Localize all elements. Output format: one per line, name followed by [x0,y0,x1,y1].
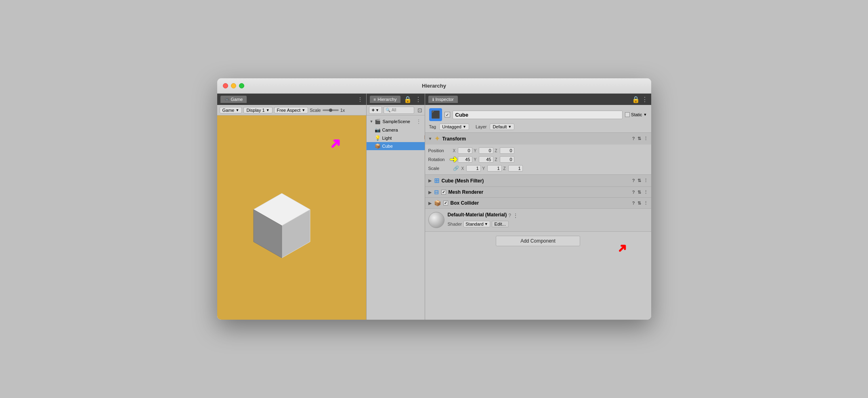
rotation-x-input[interactable] [458,156,472,163]
box-collider-settings-icon[interactable]: ⇅ [637,201,641,206]
position-y-input[interactable] [479,147,493,154]
transform-more-icon[interactable]: ⋮ [644,136,648,141]
scale-row: Scale 🔗 X Y [428,164,648,173]
position-label: Position [428,148,451,153]
hierarchy-options-icon[interactable]: ⋮ [415,96,421,103]
position-x-item: X [453,147,472,154]
material-options-icon[interactable]: ⋮ [513,212,518,219]
mesh-filter-settings-icon[interactable]: ⇅ [637,178,641,183]
scale-lock-icon[interactable]: 🔗 [453,165,459,171]
shader-dropdown[interactable]: Standard ▼ [463,221,490,227]
hierarchy-lock-icon[interactable]: 🔒 [404,96,412,103]
hierarchy-search-options[interactable]: ⊡ [417,107,422,113]
scale-y-input[interactable] [487,165,502,172]
light-icon: 💡 [375,135,381,141]
mesh-filter-more-icon[interactable]: ⋮ [644,178,648,183]
inspector-name-row: ⬛ ✓ Cube Static ▼ [429,108,647,121]
inspector-tab-icon: ℹ [432,97,434,102]
position-row: Position X Y [428,146,648,155]
mesh-renderer-checkbox[interactable]: ✓ [441,190,446,195]
cube-3d [241,185,306,250]
transform-body: Position X Y [425,145,651,174]
hierarchy-tab-bar: ≡ Hierarchy 🔒 ⋮ [367,94,425,105]
hierarchy-panel: ≡ Hierarchy 🔒 ⋮ + ▼ 🔍 All ⊡ [367,94,425,320]
rotation-z-input[interactable] [500,156,514,163]
display-dropdown[interactable]: Display 1 ▼ [243,107,272,113]
layer-dropdown[interactable]: Default ▼ [490,124,514,130]
maximize-button[interactable] [239,83,244,88]
mesh-filter-help-icon[interactable]: ? [632,178,635,183]
minimize-button[interactable] [231,83,236,88]
inspector-cube-icon-glyph: ⬛ [431,110,440,119]
position-y-item: Y [474,147,493,154]
scale-x-input[interactable] [466,165,481,172]
brown-arrow-annotation: ➜ [423,132,425,145]
scale-slider[interactable] [323,109,339,111]
scale-z-item: Z [503,165,523,172]
transform-help-icon[interactable]: ? [632,136,635,141]
inspector-options-icon[interactable]: ⋮ [642,96,648,103]
object-name-field[interactable]: Cube [453,111,623,119]
scale-y-item: Y [482,165,502,172]
box-collider-title: Box Collider [451,200,630,206]
position-z-input[interactable] [500,147,514,154]
add-button[interactable]: + ▼ [369,106,382,114]
mesh-renderer-help-icon[interactable]: ? [632,190,635,195]
scale-z-input[interactable] [508,165,523,172]
tree-item-camera[interactable]: 📷 Camera [367,126,425,134]
transform-settings-icon[interactable]: ⇅ [637,136,641,141]
scale-y-axis: Y [482,166,486,171]
rotation-z-axis: Z [495,157,499,162]
game-dropdown[interactable]: Game ▼ [220,107,242,113]
game-tab[interactable]: 🎮 Game [220,96,247,103]
magenta-arrow-annotation: ➜ [329,136,341,151]
shader-edit-button[interactable]: Edit... [492,221,509,227]
static-checkbox[interactable] [625,112,630,117]
tree-item-light[interactable]: 💡 Light [367,134,425,142]
rotation-xyz: X Y Z [453,156,648,163]
box-collider-help-icon[interactable]: ? [632,201,635,206]
inspector-tag-row: Tag Untagged ▼ Layer Default ▼ [429,124,647,130]
panel-options-icon[interactable]: ⋮ [357,96,363,103]
inspector-panel: ℹ Inspector 🔒 ⋮ ⬛ ✓ Cube Static [425,94,651,320]
position-x-input[interactable] [458,147,472,154]
inspector-tab[interactable]: ℹ Inspector [428,96,458,103]
box-collider-checkbox[interactable]: ✓ [443,201,448,205]
scale-label: Scale [310,108,321,113]
samplescene-options[interactable]: ⋮ [416,118,421,125]
add-component-button[interactable]: Add Component [496,236,580,246]
game-viewport: ➜ [217,115,366,320]
hierarchy-tab[interactable]: ≡ Hierarchy [370,96,401,103]
tree-item-cube[interactable]: 📦 Cube [367,142,425,150]
mesh-renderer-settings-icon[interactable]: ⇅ [637,190,641,195]
camera-icon: 📷 [375,127,381,133]
box-collider-more-icon[interactable]: ⋮ [644,201,648,206]
tree-item-samplescene[interactable]: ▼ 🎬 SampleScene ⋮ [367,117,425,126]
inspector-tab-label: Inspector [436,97,454,102]
layer-value: Default [493,124,507,129]
position-x-axis: X [453,149,457,153]
mesh-renderer-header[interactable]: ▶ ⊟ ✓ Mesh Renderer ? ⇅ ⋮ [425,187,651,197]
close-button[interactable] [223,83,228,88]
static-dropdown-arrow[interactable]: ▼ [644,113,647,117]
mesh-renderer-section: ▶ ⊟ ✓ Mesh Renderer ? ⇅ ⋮ [425,187,651,198]
light-label: Light [382,136,392,140]
material-help-icon[interactable]: ? [508,213,511,218]
mesh-filter-header[interactable]: ▶ ⊞ Cube (Mesh Filter) ? ⇅ ⋮ [425,175,651,186]
mesh-renderer-actions: ? ⇅ ⋮ [632,190,648,195]
aspect-dropdown[interactable]: Free Aspect ▼ [274,107,308,113]
scale-control: Scale 1x [310,108,345,113]
rotation-y-input[interactable] [479,156,493,163]
game-panel: 🎮 Game ⋮ Game ▼ Display 1 ▼ Free Aspect … [217,94,367,320]
main-content: 🎮 Game ⋮ Game ▼ Display 1 ▼ Free Aspect … [217,94,651,320]
inspector-lock-icon[interactable]: 🔒 [632,96,640,103]
search-box[interactable]: 🔍 All [384,107,414,114]
transform-header[interactable]: ▼ ✦ Transform ? ⇅ ⋮ [425,133,651,145]
samplescene-icon: 🎬 [375,119,381,124]
mesh-renderer-more-icon[interactable]: ⋮ [644,190,648,195]
object-active-checkbox[interactable]: ✓ [444,112,450,117]
tag-dropdown[interactable]: Untagged ▼ [439,124,469,130]
main-window: Hierarchy 🎮 Game ⋮ Game ▼ Display 1 ▼ [217,78,651,320]
box-collider-header[interactable]: ▶ 📦 ✓ Box Collider ? ⇅ ⋮ [425,198,651,208]
box-collider-section: ➜ ▶ 📦 ✓ Box Collider ? ⇅ ⋮ [425,198,651,209]
